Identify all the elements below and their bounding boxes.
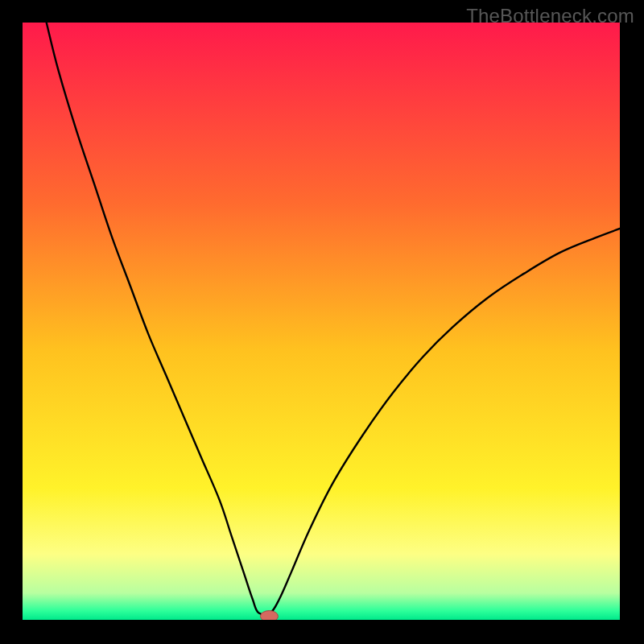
watermark-text: TheBottleneck.com: [466, 5, 634, 27]
chart-frame: TheBottleneck.com: [0, 0, 644, 644]
chart-background: [23, 23, 620, 620]
bottleneck-chart: [23, 23, 620, 620]
optimal-point-marker: [260, 611, 278, 620]
